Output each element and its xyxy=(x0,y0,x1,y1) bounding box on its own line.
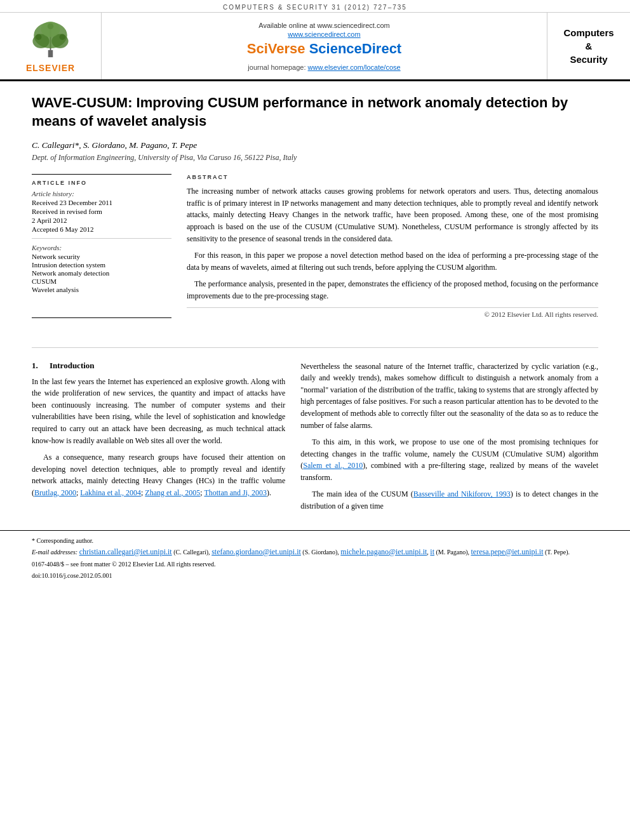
ref-salem[interactable]: Salem et al., 2010 xyxy=(303,461,363,470)
main-col-right: Nevertheless the seasonal nature of the … xyxy=(300,361,598,517)
header-main: ELSEVIER Available online at www.science… xyxy=(0,13,630,81)
history-label: Article history: xyxy=(32,190,171,197)
affiliation: Dept. of Information Engineering, Univer… xyxy=(32,153,598,163)
doi-text: doi:10.1016/j.cose.2012.05.001 xyxy=(32,571,598,580)
journal-ref-text: COMPUTERS & SECURITY 31 (2012) 727–735 xyxy=(223,4,407,11)
ref-thottan[interactable]: Thottan and Ji, 2003 xyxy=(204,488,267,497)
ref-lakhina[interactable]: Lakhina et al., 2004 xyxy=(80,488,141,497)
journal-name-amp: & xyxy=(586,39,593,53)
header-center: Available online at www.sciencedirect.co… xyxy=(102,13,547,79)
abstract-title: ABSTRACT xyxy=(187,174,598,180)
main-content: 1. Introduction In the last few years th… xyxy=(0,348,630,524)
main-col-left: 1. Introduction In the last few years th… xyxy=(32,361,285,517)
abstract-para-2: For this reason, in this paper we propos… xyxy=(187,250,598,273)
abstract-para-3: The performance analysis, presented in t… xyxy=(187,278,598,302)
sciverse-url[interactable]: www.sciencedirect.com xyxy=(288,30,360,38)
available-online-text: Available online at www.sciencedirect.co… xyxy=(258,22,389,29)
accepted-label: Accepted 6 May 2012 xyxy=(32,225,171,233)
info-abstract-columns: ARTICLE INFO Article history: Received 2… xyxy=(32,174,598,317)
keyword-5: Wavelet analysis xyxy=(32,286,171,293)
intro-right-para-2: To this aim, in this work, we propose to… xyxy=(300,436,598,483)
intro-right-text: Nevertheless the seasonal nature of the … xyxy=(300,361,598,512)
revised-date: 2 April 2012 xyxy=(32,217,171,224)
corresponding-author-note: * Corresponding author. xyxy=(32,537,598,544)
journal-homepage: journal homepage: www.elsevier.com/locat… xyxy=(248,63,400,71)
email-callegari[interactable]: christian.callegari@iet.unipi.it xyxy=(79,547,172,556)
received1: Received 23 December 2011 xyxy=(32,199,171,206)
abstract-section: ABSTRACT The increasing number of networ… xyxy=(187,174,598,317)
ref-brutlag[interactable]: Brutlag, 2000 xyxy=(34,488,76,497)
journal-name-line1: Computers xyxy=(563,26,613,39)
ref-basseville[interactable]: Basseville and Nikiforov, 1993 xyxy=(413,490,511,498)
keyword-2: Intrusion detection system xyxy=(32,261,171,269)
email-pepe[interactable]: teresa.pepe@iet.unipi.it xyxy=(471,547,544,556)
journal-name-line2: Security xyxy=(570,53,607,66)
journal-reference: COMPUTERS & SECURITY 31 (2012) 727–735 xyxy=(0,0,630,13)
main-two-columns: 1. Introduction In the last few years th… xyxy=(32,361,598,517)
svg-point-8 xyxy=(48,23,53,29)
sciverse-brand: SciVerse ScienceDirect xyxy=(247,41,401,57)
elsevier-logo-box: ELSEVIER xyxy=(0,13,102,79)
ref-zhang[interactable]: Zhang et al., 2005 xyxy=(145,488,200,497)
intro-left-text: In the last few years the Internet has e… xyxy=(32,376,285,499)
article-info-panel: ARTICLE INFO Article history: Received 2… xyxy=(32,174,171,317)
revised-label: Received in revised form xyxy=(32,208,171,215)
svg-rect-0 xyxy=(48,50,53,57)
svg-point-6 xyxy=(36,34,41,40)
journal-homepage-link[interactable]: www.elsevier.com/locate/cose xyxy=(308,63,401,71)
keywords-section: Keywords: Network security Intrusion det… xyxy=(32,244,171,293)
email-footnote: E-mail addresses: christian.callegari@ie… xyxy=(32,546,598,557)
keyword-4: CUSUM xyxy=(32,277,171,285)
license-text: 0167-4048/$ – see front matter © 2012 El… xyxy=(32,559,598,569)
article-title: WAVE-CUSUM: Improving CUSUM performance … xyxy=(32,94,598,130)
email-pagano[interactable]: michele.pagano@iet.unipi.it xyxy=(340,547,427,556)
email-giordano[interactable]: stefano.giordano@iet.unipi.it xyxy=(211,547,301,556)
svg-point-7 xyxy=(60,34,65,40)
keyword-1: Network security xyxy=(32,253,171,260)
intro-right-para-3: The main idea of the CUSUM (Basseville a… xyxy=(300,488,598,512)
article-body: WAVE-CUSUM: Improving CUSUM performance … xyxy=(0,81,630,347)
keyword-3: Network anomaly detection xyxy=(32,269,171,277)
intro-right-para-1: Nevertheless the seasonal nature of the … xyxy=(300,361,598,432)
intro-para-1: In the last few years the Internet has e… xyxy=(32,376,285,447)
footer: * Corresponding author. E-mail addresses… xyxy=(0,530,630,580)
email-pagano-it[interactable]: it xyxy=(430,547,434,556)
journal-name-box: Computers & Security xyxy=(547,13,630,79)
section-number: 1. xyxy=(32,361,44,371)
elsevier-tree-icon xyxy=(27,19,74,60)
authors: C. Callegari*, S. Giordano, M. Pagano, T… xyxy=(32,140,598,150)
intro-heading: 1. Introduction xyxy=(32,361,285,371)
copyright-notice: © 2012 Elsevier Ltd. All rights reserved… xyxy=(187,307,598,318)
info-divider xyxy=(32,238,171,239)
abstract-para-1: The increasing number of network attacks… xyxy=(187,185,598,244)
intro-para-2: As a consequence, many research groups h… xyxy=(32,451,285,498)
sciverse-sci-span: SciVerse xyxy=(247,41,309,57)
article-info-title: ARTICLE INFO xyxy=(32,180,171,186)
abstract-text: The increasing number of network attacks… xyxy=(187,185,598,302)
section-title: Introduction xyxy=(50,361,95,371)
sciverse-sciencedirect-span: ScienceDirect xyxy=(309,41,402,57)
elsevier-brand: ELSEVIER xyxy=(26,63,75,73)
email-label: E-mail addresses: xyxy=(32,549,77,556)
keywords-label: Keywords: xyxy=(32,244,171,251)
